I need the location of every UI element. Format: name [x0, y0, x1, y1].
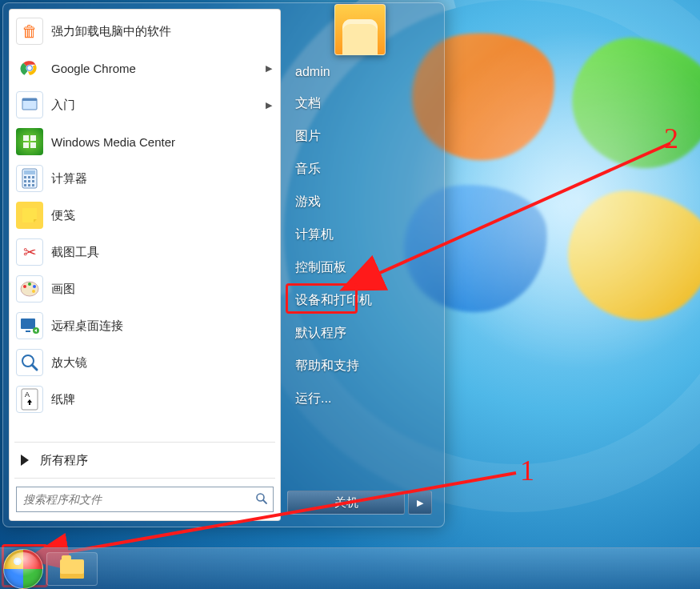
- program-label: 入门: [51, 98, 75, 113]
- right-item-label: 游戏: [295, 194, 321, 208]
- right-item-run[interactable]: 运行...: [286, 383, 434, 415]
- program-label: 画图: [51, 282, 75, 297]
- taskbar: [0, 547, 700, 589]
- program-label: 便笺: [51, 208, 75, 223]
- program-item-magnifier[interactable]: 放大镜: [11, 344, 278, 381]
- program-label: 截图工具: [51, 245, 99, 260]
- program-item-paint[interactable]: 画图: [11, 270, 278, 307]
- start-menu: 🗑 强力卸载电脑中的软件 Google Chrome ▶ 入门 ▶: [2, 2, 445, 527]
- shutdown-button[interactable]: 关机: [287, 491, 405, 515]
- program-item-calculator[interactable]: 计算器: [11, 160, 278, 197]
- right-item-label: 音乐: [295, 162, 321, 175]
- svg-rect-8: [30, 142, 36, 148]
- triangle-right-icon: ▶: [417, 498, 423, 508]
- svg-point-24: [32, 290, 35, 293]
- getting-started-icon: [16, 91, 43, 118]
- shutdown-label: 关机: [334, 495, 358, 511]
- triangle-right-icon: [21, 455, 29, 466]
- program-item-chrome[interactable]: Google Chrome ▶: [11, 50, 278, 86]
- svg-rect-15: [28, 180, 30, 182]
- svg-rect-5: [23, 135, 29, 141]
- start-button[interactable]: [3, 549, 43, 589]
- right-item-control-panel[interactable]: 控制面板: [286, 251, 434, 284]
- right-item-label: admin: [295, 65, 330, 78]
- paint-icon: [16, 275, 43, 303]
- search-box[interactable]: [16, 487, 274, 512]
- program-item-sticky-notes[interactable]: 便笺: [11, 197, 278, 234]
- all-programs-button[interactable]: 所有程序: [10, 444, 280, 476]
- program-item-snipping-tool[interactable]: ✂ 截图工具: [11, 234, 278, 270]
- program-item-wmc[interactable]: Windows Media Center: [11, 123, 278, 160]
- calculator-icon: [16, 165, 43, 192]
- wmc-icon: [16, 128, 43, 155]
- svg-line-34: [263, 500, 266, 503]
- shutdown-area: 关机 ▶: [286, 487, 434, 516]
- snipping-tool-icon: ✂: [16, 238, 43, 266]
- svg-point-23: [33, 285, 36, 288]
- right-item-help-support[interactable]: 帮助和支持: [286, 350, 434, 383]
- svg-rect-16: [32, 180, 34, 182]
- right-item-label: 帮助和支持: [295, 359, 359, 372]
- taskbar-item-explorer[interactable]: [46, 552, 98, 586]
- program-item-remote-desktop[interactable]: 远程桌面连接: [11, 307, 278, 344]
- program-label: Windows Media Center: [51, 135, 175, 149]
- right-item-documents[interactable]: 文档: [286, 87, 434, 120]
- svg-point-22: [28, 282, 31, 286]
- svg-rect-32: [29, 403, 30, 405]
- right-item-user[interactable]: admin: [286, 57, 434, 87]
- right-item-games[interactable]: 游戏: [286, 186, 434, 218]
- remote-desktop-icon: [16, 312, 43, 339]
- right-item-label: 设备和打印机: [295, 293, 372, 307]
- svg-rect-6: [30, 135, 36, 141]
- svg-rect-10: [24, 170, 35, 174]
- program-item-getting-started[interactable]: 入门 ▶: [11, 86, 278, 123]
- program-item-uninstaller[interactable]: 🗑 强力卸载电脑中的软件: [11, 13, 278, 50]
- chrome-icon: [16, 54, 43, 82]
- all-programs-label: 所有程序: [40, 453, 88, 468]
- right-item-music[interactable]: 音乐: [286, 153, 434, 186]
- svg-rect-18: [28, 184, 30, 186]
- svg-rect-25: [21, 319, 35, 329]
- right-item-pictures[interactable]: 图片: [286, 120, 434, 153]
- svg-rect-7: [23, 142, 29, 148]
- search-icon: [250, 492, 273, 507]
- submenu-arrow-icon: ▶: [266, 100, 272, 110]
- svg-rect-19: [32, 184, 34, 186]
- magnifier-icon: [16, 349, 43, 376]
- svg-rect-13: [32, 176, 34, 178]
- svg-rect-17: [24, 184, 26, 186]
- svg-rect-4: [22, 98, 37, 101]
- submenu-arrow-icon: ▶: [266, 63, 272, 74]
- program-item-solitaire[interactable]: A 纸牌: [11, 381, 278, 418]
- right-item-default-programs[interactable]: 默认程序: [286, 317, 434, 350]
- start-menu-left-panel: 🗑 强力卸载电脑中的软件 Google Chrome ▶ 入门 ▶: [9, 9, 281, 521]
- program-label: 远程桌面连接: [51, 319, 123, 334]
- program-label: 计算器: [51, 171, 87, 186]
- search-input[interactable]: [17, 493, 250, 506]
- svg-rect-11: [24, 176, 26, 178]
- right-item-devices-printers[interactable]: 设备和打印机: [286, 284, 434, 317]
- right-item-label: 图片: [295, 129, 321, 142]
- right-item-label: 计算机: [295, 227, 334, 241]
- right-item-label: 控制面板: [295, 260, 346, 274]
- right-item-label: 运行...: [295, 391, 331, 405]
- divider: [14, 478, 275, 479]
- start-menu-right-panel: admin 文档 图片 音乐 游戏 计算机 控制面板 设备和打印机 默认程序 帮…: [281, 9, 438, 521]
- program-label: 放大镜: [51, 355, 87, 371]
- svg-rect-14: [24, 180, 26, 182]
- svg-point-2: [27, 66, 31, 70]
- shutdown-options-button[interactable]: ▶: [408, 491, 432, 515]
- svg-rect-12: [28, 176, 30, 178]
- right-item-label: 默认程序: [295, 326, 346, 339]
- user-picture-tile[interactable]: [334, 4, 386, 55]
- uninstaller-icon: 🗑: [16, 18, 43, 45]
- desktop: 🗑 强力卸载电脑中的软件 Google Chrome ▶ 入门 ▶: [0, 0, 700, 589]
- svg-rect-26: [26, 331, 30, 332]
- svg-point-21: [23, 285, 26, 288]
- folder-icon: [60, 559, 84, 579]
- right-item-label: 文档: [295, 96, 321, 110]
- sticky-notes-icon: [16, 202, 43, 229]
- right-item-computer[interactable]: 计算机: [286, 218, 434, 251]
- svg-text:A: A: [25, 391, 30, 399]
- svg-line-29: [32, 365, 37, 370]
